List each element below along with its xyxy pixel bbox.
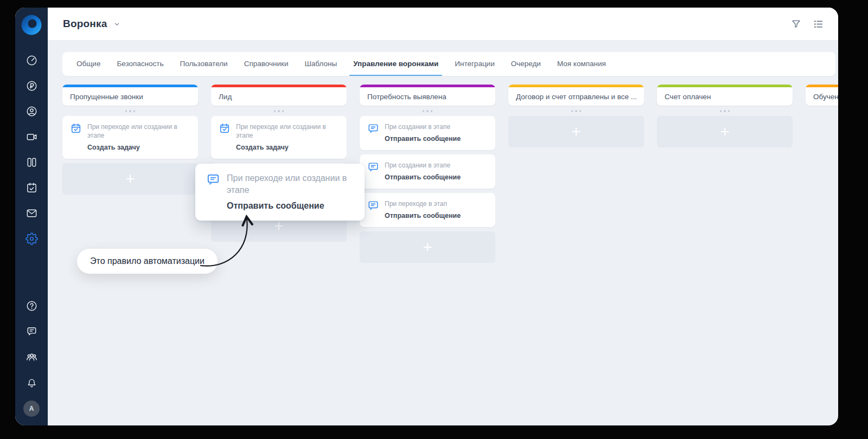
funnel-column-5: Обучен: [806, 85, 838, 116]
plus-icon: +: [720, 124, 730, 140]
contacts-icon: [25, 105, 38, 118]
automation-card[interactable]: При создании в этапеОтправить сообщение: [360, 116, 495, 150]
main-area: Воронка ОбщиеБезопасностьПользователиСпр…: [48, 8, 838, 425]
plus-icon: +: [423, 239, 432, 255]
ruble-icon: [25, 80, 38, 92]
sidebar-item-messenger[interactable]: [15, 319, 48, 344]
ellipsis-icon[interactable]: [657, 106, 793, 116]
highlighted-automation-card[interactable]: При переходе или создании в этапе Отправ…: [195, 164, 365, 221]
settings-icon: [25, 233, 38, 245]
plus-icon: +: [571, 124, 581, 140]
sidebar-item-team[interactable]: [15, 344, 48, 370]
card-action: Создать задачу: [236, 144, 339, 151]
tab-8[interactable]: Моя компания: [557, 52, 606, 76]
video-icon: [25, 131, 38, 143]
stage-name: Пропущенные звонки: [62, 87, 198, 106]
page-title: Воронка: [63, 18, 107, 30]
automation-card[interactable]: При переходе в этапОтправить сообщение: [360, 193, 495, 227]
plus-icon: +: [125, 171, 135, 187]
message-icon: [367, 122, 379, 134]
sidebar-item-deals[interactable]: [15, 73, 48, 99]
stage-name-field[interactable]: Пропущенные звонки: [62, 85, 198, 106]
sidebar-item-video[interactable]: [15, 124, 48, 150]
tab-1[interactable]: Безопасность: [117, 52, 163, 76]
sidebar-item-help[interactable]: [15, 293, 48, 319]
card-trigger: При создании в этапе: [385, 161, 461, 170]
ellipsis-icon[interactable]: [806, 106, 838, 116]
tab-6[interactable]: Интеграции: [455, 52, 494, 76]
stage-name: Лид: [211, 87, 347, 106]
bell-icon: [25, 376, 38, 389]
card-action: Отправить сообщение: [227, 201, 354, 211]
tab-0[interactable]: Общие: [76, 52, 100, 76]
sidebar-item-notifications[interactable]: [15, 370, 48, 395]
funnel-selector-button[interactable]: [113, 20, 121, 28]
ellipsis-icon[interactable]: [508, 106, 644, 116]
add-rule-button[interactable]: +: [360, 231, 495, 263]
card-action: Отправить сообщение: [385, 212, 461, 220]
message-icon: [206, 172, 220, 186]
ellipsis-icon[interactable]: [360, 106, 495, 116]
ellipsis-icon[interactable]: [211, 106, 347, 116]
list-view-button[interactable]: [813, 18, 824, 30]
sidebar-item-kanban[interactable]: [15, 150, 48, 175]
settings-content: ОбщиеБезопасностьПользователиСправочники…: [48, 40, 838, 425]
automation-card[interactable]: При переходе или создании в этапеСоздать…: [62, 116, 198, 159]
calendar-check-icon: [219, 122, 231, 134]
filter-button[interactable]: [790, 18, 802, 30]
tab-4[interactable]: Шаблоны: [304, 52, 337, 76]
automation-card[interactable]: При создании в этапеОтправить сообщение: [360, 154, 495, 189]
sidebar-item-contacts[interactable]: [15, 99, 48, 124]
funnel-column-2: Потребность выявленаПри создании в этапе…: [360, 85, 495, 263]
message-icon: [367, 199, 379, 211]
card-trigger: При переходе или создании в этапе: [87, 122, 190, 140]
stage-name-field[interactable]: Договор и счет отправлены и все ...: [508, 85, 644, 106]
automation-card[interactable]: При переходе или создании в этапеСоздать…: [211, 116, 347, 159]
tab-7[interactable]: Очереди: [511, 52, 541, 76]
add-rule-button[interactable]: +: [62, 163, 198, 195]
help-icon: [25, 300, 38, 312]
sidebar-item-mail[interactable]: [15, 201, 48, 226]
card-trigger: При переходе в этап: [385, 199, 461, 208]
sidebar-item-calendar[interactable]: [15, 175, 48, 201]
stage-name-field[interactable]: Лид: [211, 85, 347, 106]
stage-name: Обучен: [806, 87, 838, 106]
card-trigger: При переходе или создании в этапе: [236, 122, 339, 140]
stage-name-field[interactable]: Потребность выявлена: [360, 85, 495, 106]
topbar-actions: [790, 18, 824, 30]
funnel-column-4: Счет оплачен+: [657, 85, 793, 147]
sidebar: A: [15, 8, 48, 425]
tab-2[interactable]: Пользователи: [180, 52, 228, 76]
logo-swirl-icon[interactable]: [21, 14, 42, 36]
message-icon: [367, 161, 379, 173]
calendar-check-icon: [70, 122, 82, 134]
topbar: Воронка: [48, 8, 838, 40]
chat-icon: [25, 325, 38, 338]
sidebar-item-settings[interactable]: [15, 226, 48, 251]
calendar-icon: [25, 182, 38, 194]
kanban-icon: [25, 156, 38, 169]
filter-icon: [790, 18, 802, 30]
stage-name-field[interactable]: Обучен: [806, 85, 838, 106]
team-icon: [25, 351, 38, 363]
card-action: Отправить сообщение: [385, 135, 461, 143]
add-rule-button[interactable]: +: [508, 116, 644, 147]
sidebar-bottom: A: [15, 293, 48, 417]
add-rule-button[interactable]: +: [657, 116, 793, 147]
chevron-down-icon: [113, 20, 121, 28]
settings-tabs: ОбщиеБезопасностьПользователиСправочники…: [62, 52, 835, 76]
sidebar-item-dashboard[interactable]: [15, 48, 48, 73]
ellipsis-icon[interactable]: [62, 106, 198, 116]
annotation-tooltip: Это правило автоматизации: [77, 249, 218, 274]
stage-name-field[interactable]: Счет оплачен: [657, 85, 793, 106]
tab-3[interactable]: Справочники: [244, 52, 289, 76]
stage-name: Счет оплачен: [657, 87, 793, 106]
funnel-column-3: Договор и счет отправлены и все ...+: [508, 85, 644, 147]
app-window: A Воронка ОбщиеБезопасностьПользователиС…: [15, 8, 838, 425]
stage-name: Потребность выявлена: [360, 87, 495, 106]
avatar[interactable]: A: [23, 401, 40, 417]
list-icon: [813, 18, 824, 30]
kanban-board: При переходе или создании в этапе Отправ…: [62, 85, 838, 263]
tab-5[interactable]: Управление воронками: [353, 52, 438, 76]
card-trigger: При переходе или создании в этапе: [227, 172, 354, 196]
